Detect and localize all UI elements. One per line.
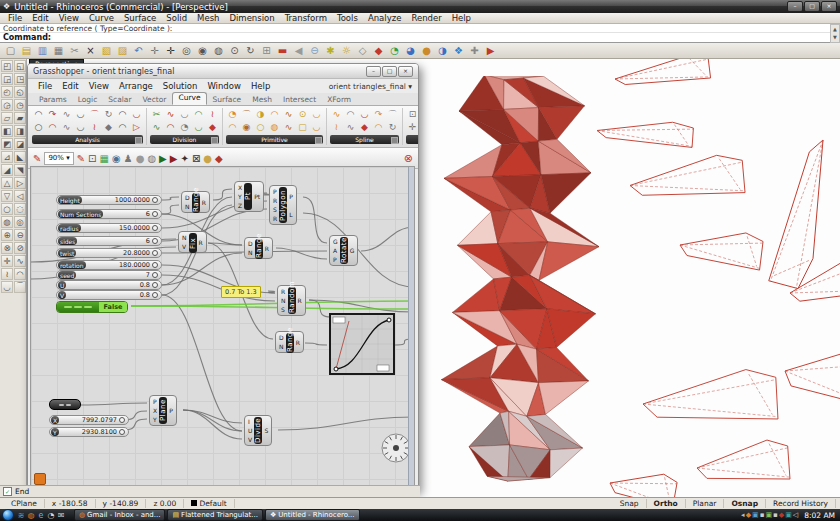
side-tool-icon[interactable]: ◠ bbox=[14, 268, 26, 280]
side-tool-icon[interactable]: ∿ bbox=[14, 255, 26, 267]
component-icon[interactable]: ∿ bbox=[60, 108, 73, 120]
canvas-tool-icon[interactable]: ▶ bbox=[170, 153, 178, 164]
slider-grip[interactable] bbox=[152, 225, 158, 231]
canvas-close-icon[interactable]: ⊗ bbox=[404, 152, 413, 165]
slider-grip[interactable] bbox=[119, 417, 125, 423]
side-tool-icon[interactable]: ⌒ bbox=[14, 281, 26, 293]
side-tool-icon[interactable]: ⊘ bbox=[14, 242, 26, 254]
canvas-tool-icon[interactable]: ▶ bbox=[159, 153, 167, 164]
gh-menu-view[interactable]: View bbox=[85, 81, 113, 91]
input-port[interactable]: N bbox=[185, 203, 190, 210]
canvas-tool-icon[interactable]: ⊡ bbox=[88, 153, 96, 164]
quick-launch-icon[interactable]: ◍ bbox=[26, 511, 36, 520]
grasshopper-window[interactable]: Grasshopper - orient triangles_final – ▢… bbox=[27, 63, 419, 491]
node-rotate[interactable]: GAPRotateG bbox=[329, 235, 358, 266]
toolbar-icon[interactable]: ◍ bbox=[211, 44, 226, 58]
component-icon[interactable]: ◡ bbox=[310, 121, 323, 133]
canvas-tool-icon[interactable]: ◆ bbox=[215, 153, 223, 164]
grasshopper-canvas[interactable]: False 0.7 To 1.3 Height1000.0000Num Sect… bbox=[30, 166, 415, 489]
output-port[interactable]: R bbox=[298, 297, 302, 304]
gh-document-selector[interactable]: orient triangles_final ▾ bbox=[329, 82, 412, 91]
slider-twist[interactable]: twist20.8000 bbox=[56, 248, 162, 258]
node-fix[interactable]: NVFixR bbox=[178, 231, 207, 253]
task-button[interactable]: ▤Flattened Triangulat... bbox=[167, 509, 262, 521]
close-button[interactable]: × bbox=[821, 1, 837, 12]
input-port[interactable]: S bbox=[281, 306, 286, 313]
node-polygon[interactable]: PRSRPolygonPL bbox=[269, 185, 297, 225]
side-tool-icon[interactable]: ▷ bbox=[14, 177, 26, 189]
slider-num-sections[interactable]: Num Sections6 bbox=[56, 209, 162, 219]
command-scrollbar[interactable]: ▲▼ bbox=[830, 24, 840, 43]
slider-grip[interactable] bbox=[152, 272, 158, 278]
tab-logic[interactable]: Logic bbox=[73, 95, 103, 105]
zoom-level[interactable]: 90% ▾ bbox=[44, 152, 73, 165]
component-icon[interactable]: ≀ bbox=[330, 121, 343, 133]
slider-seed[interactable]: seed7 bbox=[56, 270, 162, 280]
tab-mesh[interactable]: Mesh bbox=[247, 95, 277, 105]
input-port[interactable]: S bbox=[273, 206, 277, 213]
slider-grip[interactable] bbox=[152, 250, 158, 256]
toolbar-icon[interactable]: ✚ bbox=[467, 44, 482, 58]
side-tool-icon[interactable]: ◢ bbox=[1, 164, 13, 176]
component-icon[interactable]: ≀ bbox=[206, 108, 219, 120]
toolbar-icon[interactable]: ▬ bbox=[275, 44, 290, 58]
component-icon[interactable]: ◡ bbox=[130, 108, 143, 120]
quick-launch-icon[interactable]: ◔ bbox=[46, 511, 56, 520]
minimize-button[interactable]: – bbox=[787, 1, 803, 12]
end-checkbox[interactable]: ✓ bbox=[3, 487, 12, 496]
component-icon[interactable]: ≀ bbox=[88, 121, 101, 133]
side-tool-icon[interactable]: ○ bbox=[1, 203, 13, 215]
output-port[interactable]: R bbox=[202, 199, 206, 206]
component-icon[interactable]: ∿ bbox=[282, 108, 295, 120]
slider-grip[interactable] bbox=[152, 238, 158, 244]
task-button[interactable]: ❖Untitled - Rhinocero... bbox=[265, 509, 360, 521]
component-icon[interactable]: ✛ bbox=[406, 121, 419, 133]
side-tool-icon[interactable]: ◍ bbox=[1, 216, 13, 228]
component-icon[interactable]: ◠ bbox=[344, 108, 357, 120]
toolbar-icon[interactable]: ● bbox=[419, 44, 434, 58]
tray-icon[interactable]: ▣ bbox=[765, 511, 773, 519]
output-port[interactable]: R bbox=[199, 239, 203, 246]
input-port[interactable]: N bbox=[279, 343, 284, 350]
side-tool-icon[interactable]: ◳ bbox=[14, 73, 26, 85]
toolbar-icon[interactable]: ☼ bbox=[339, 44, 354, 58]
menu-mesh[interactable]: Mesh bbox=[193, 13, 223, 23]
component-icon[interactable]: ◡ bbox=[358, 108, 371, 120]
menu-file[interactable]: File bbox=[4, 13, 26, 23]
toolbar-icon[interactable]: ▢ bbox=[3, 44, 18, 58]
canvas-corner-widget[interactable] bbox=[34, 473, 46, 485]
tab-curve[interactable]: Curve bbox=[172, 92, 206, 105]
input-port[interactable]: R bbox=[273, 215, 277, 222]
side-tool-icon[interactable]: ◩ bbox=[1, 138, 13, 150]
component-icon[interactable]: ∿ bbox=[150, 121, 163, 133]
toolbar-icon[interactable]: ⊙ bbox=[227, 44, 242, 58]
input-port[interactable]: P bbox=[273, 188, 277, 195]
component-icon[interactable]: ◔ bbox=[226, 108, 239, 120]
component-icon[interactable]: ⊡ bbox=[406, 108, 419, 120]
component-icon[interactable]: ◍ bbox=[268, 121, 281, 133]
gh-menu-help[interactable]: Help bbox=[247, 81, 274, 91]
output-port[interactable]: L bbox=[289, 211, 293, 218]
input-port[interactable]: R bbox=[273, 197, 277, 204]
gh-menu-window[interactable]: Window bbox=[203, 81, 245, 91]
side-tool-icon[interactable]: ◷ bbox=[14, 99, 26, 111]
toolbar-icon[interactable]: ◀ bbox=[291, 44, 306, 58]
canvas-tool-icon[interactable]: ✦ bbox=[181, 153, 189, 164]
status-snap[interactable]: Snap bbox=[613, 499, 647, 508]
toolbar-icon[interactable]: ▦ bbox=[51, 44, 66, 58]
quick-launch-icon[interactable]: e bbox=[36, 511, 46, 520]
side-tool-icon[interactable]: ◵ bbox=[14, 86, 26, 98]
input-port[interactable]: V bbox=[182, 243, 187, 250]
component-icon[interactable]: ◡ bbox=[310, 108, 323, 120]
canvas-tool-icon[interactable]: ● bbox=[203, 153, 212, 164]
tab-xform[interactable]: XForm bbox=[322, 95, 356, 105]
node-divide[interactable]: IUVDivideS bbox=[244, 415, 272, 446]
toolbar-icon[interactable]: ◇ bbox=[355, 44, 370, 58]
menu-analyze[interactable]: Analyze bbox=[364, 13, 406, 23]
tray-icon[interactable]: ◁ bbox=[793, 511, 799, 519]
input-port[interactable]: N bbox=[281, 297, 286, 304]
component-icon[interactable]: ∿ bbox=[344, 121, 357, 133]
output-port[interactable]: S bbox=[264, 427, 268, 434]
status-ortho[interactable]: Ortho bbox=[647, 499, 686, 508]
side-tool-icon[interactable]: ⊗ bbox=[1, 242, 13, 254]
